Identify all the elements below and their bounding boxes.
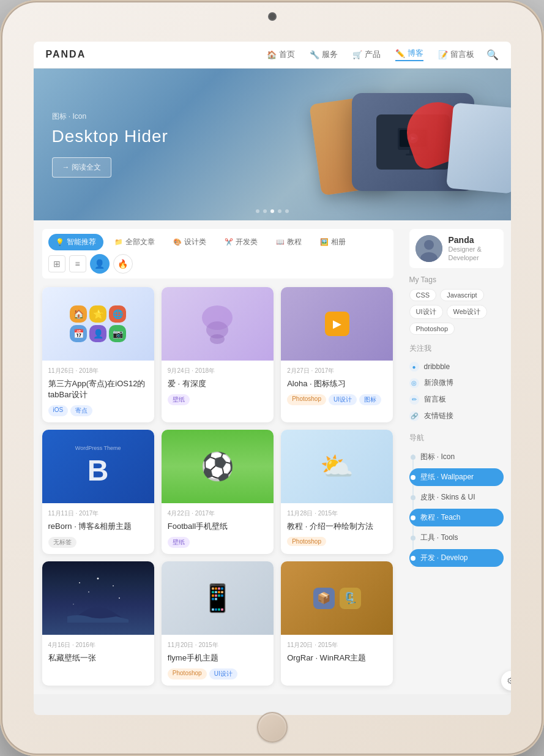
tag-ps-2[interactable]: Photoshop xyxy=(287,537,326,546)
dot-2[interactable] xyxy=(263,209,267,213)
search-button[interactable]: 🔍 xyxy=(486,49,499,61)
nav-guestbook[interactable]: 📝 留言板 xyxy=(438,49,474,60)
nav-tutorial-item[interactable]: 教程 · Teach xyxy=(409,509,504,526)
tag-jidian[interactable]: 寄点 xyxy=(70,405,92,416)
card-6[interactable]: ⛅ 11月28日 · 2015年 教程 · 介绍一种绘制方法 Photoshop xyxy=(281,430,393,554)
dot-5[interactable] xyxy=(285,209,289,213)
hero-pagination xyxy=(256,209,289,213)
home-icon: 🏠 xyxy=(267,50,277,59)
folder-icon: 📁 xyxy=(114,238,123,246)
nav-dot-3 xyxy=(411,495,415,500)
tag-ui-2[interactable]: UI设计 xyxy=(209,668,237,679)
wordpress-label: WordPress Theme xyxy=(75,445,121,451)
card-5-tags: 壁纸 xyxy=(168,537,267,548)
nav-wallpaper-item[interactable]: 壁纸 · Wallpaper xyxy=(409,468,504,486)
tag-javascript[interactable]: Javascript xyxy=(440,289,484,301)
logo: PANDA xyxy=(46,49,86,60)
card-1-body: 11月26日 · 2018年 第三方App(寄点)在iOS12的tabBar设计… xyxy=(42,361,154,422)
hero-read-btn[interactable]: → 阅读全文 xyxy=(52,157,111,178)
box-icon-2: 🗜️ xyxy=(340,588,361,609)
follow-list: ● dribbble ◎ 新浪微博 ✏ 留言板 🔗 友情链接 xyxy=(409,359,504,424)
card-3[interactable]: ▶ 2月27日 · 2017年 Aloha · 图标练习 Photoshop U… xyxy=(281,287,393,422)
tag-ios[interactable]: iOS xyxy=(48,405,69,416)
svg-point-12 xyxy=(119,597,120,599)
card-1[interactable]: 🏠 ⭐ 🌐 📅 👤 📷 11月26日 · 2018年 第三方App(寄点)在iO… xyxy=(42,287,154,422)
follow-dribbble[interactable]: ● dribbble xyxy=(409,359,504,375)
tag-css[interactable]: CSS xyxy=(409,289,437,301)
card-7-date: 4月16日 · 2016年 xyxy=(48,641,148,649)
nav-product[interactable]: 🛒 产品 xyxy=(352,49,381,60)
tab-album[interactable]: 🖼️ 相册 xyxy=(313,234,353,250)
card-5-thumb: ⚽ xyxy=(162,430,274,503)
tab-tutorial[interactable]: 📖 教程 xyxy=(269,234,309,250)
card-6-tags: Photoshop xyxy=(287,537,387,546)
monitor-shape xyxy=(376,114,450,170)
card-1-tags: iOS 寄点 xyxy=(48,405,148,416)
tag-photoshop[interactable]: Photoshop xyxy=(409,323,455,335)
navbar: PANDA 🏠 首页 🔧 服务 🛒 产品 ✏️ 博客 xyxy=(34,42,511,69)
dot-1[interactable] xyxy=(256,209,259,213)
list-view-btn[interactable]: ≡ xyxy=(69,255,86,272)
tag-ui-design[interactable]: UI设计 xyxy=(409,305,443,319)
tab-all-articles[interactable]: 📁 全部文章 xyxy=(107,234,162,250)
pencil-icon: ✏ xyxy=(409,395,419,405)
tab-design[interactable]: 🎨 设计类 xyxy=(166,234,214,250)
hero-images xyxy=(266,75,511,214)
home-button[interactable] xyxy=(257,712,288,743)
nav-home[interactable]: 🏠 首页 xyxy=(267,49,295,60)
avatar xyxy=(415,235,442,262)
card-9-body: 11月20日 · 2015年 OrgRar · WinRAR主题 xyxy=(281,635,393,675)
profile-info: Panda Designer &Developer xyxy=(449,235,482,263)
tag-ui-1[interactable]: UI设计 xyxy=(329,394,357,405)
card-8[interactable]: 📱 11月20日 · 2015年 flyme手机主题 Photoshop UI设… xyxy=(162,561,274,686)
follow-weibo[interactable]: ◎ 新浪微博 xyxy=(409,375,504,391)
tab-dev[interactable]: ✂️ 开发类 xyxy=(217,234,265,250)
user-filter-btn[interactable]: 👤 xyxy=(90,254,110,274)
dot-4[interactable] xyxy=(278,209,281,213)
card-4[interactable]: WordPress Theme B 11月11日 · 2017年 reBorn … xyxy=(42,430,154,554)
card-9[interactable]: 📦 🗜️ 11月20日 · 2015年 OrgRar · WinRAR主题 xyxy=(281,561,393,686)
card-9-date: 11月20日 · 2015年 xyxy=(287,641,387,649)
tag-notag[interactable]: 无标签 xyxy=(48,537,76,548)
tag-wallpaper-1[interactable]: 壁纸 xyxy=(168,394,190,405)
nav-tools-item[interactable]: 工具 · Tools xyxy=(409,529,504,547)
card-6-date: 11月28日 · 2015年 xyxy=(287,509,387,518)
follow-guestbook[interactable]: ✏ 留言板 xyxy=(409,391,504,408)
grid-view-btn[interactable]: ⊞ xyxy=(48,255,65,272)
card-4-title: reBorn · 博客&相册主题 xyxy=(48,521,148,532)
follow-friendlink[interactable]: 🔗 友情链接 xyxy=(409,408,504,424)
nav-skin-item[interactable]: 皮肤 · Skins & UI xyxy=(409,488,504,506)
tag-ps-3[interactable]: Photoshop xyxy=(168,668,207,679)
flame-filter-btn[interactable]: 🔥 xyxy=(113,254,133,274)
blog-icon: ✏️ xyxy=(395,49,405,58)
card-8-tags: Photoshop UI设计 xyxy=(168,668,267,679)
svg-point-8 xyxy=(79,582,80,583)
svg-point-11 xyxy=(88,591,89,593)
tab-smart-recommend[interactable]: 💡 智能推荐 xyxy=(48,234,103,250)
card-5[interactable]: ⚽ 4月22日 · 2017年 Football手机壁纸 壁纸 xyxy=(162,430,274,554)
card-2[interactable]: 9月24日 · 2018年 爱 · 有深度 壁纸 xyxy=(162,287,274,422)
tag-web-design[interactable]: Web设计 xyxy=(447,305,487,319)
tag-ps-1[interactable]: Photoshop xyxy=(287,394,326,405)
tag-icon-1[interactable]: 图标 xyxy=(359,394,381,405)
nav-blog[interactable]: ✏️ 博客 xyxy=(395,48,423,61)
nav-section-title: 导航 xyxy=(409,433,504,443)
nav-service[interactable]: 🔧 服务 xyxy=(310,49,338,60)
card-2-tags: 壁纸 xyxy=(168,394,267,405)
tag-wallpaper-2[interactable]: 壁纸 xyxy=(168,537,190,548)
card-3-title: Aloha · 图标练习 xyxy=(287,378,387,389)
nav-dot-6 xyxy=(411,556,415,561)
box-icon-1: 📦 xyxy=(313,588,335,609)
card-2-body: 9月24日 · 2018年 爱 · 有深度 壁纸 xyxy=(162,361,274,411)
settings-btn[interactable]: ⚙ xyxy=(501,671,511,691)
dot-3[interactable] xyxy=(270,209,274,213)
card-6-thumb: ⛅ xyxy=(281,430,393,503)
nav-icon-item[interactable]: 图标 · Icon xyxy=(409,448,504,466)
card-7[interactable]: 4月16日 · 2016年 私藏壁纸一张 xyxy=(42,561,154,686)
love-svg xyxy=(193,299,242,348)
stars-svg xyxy=(67,574,129,623)
avatar-svg xyxy=(415,235,442,262)
guestbook-icon: 📝 xyxy=(438,50,448,59)
card-4-tags: 无标签 xyxy=(48,537,148,548)
nav-develop-item[interactable]: 开发 · Develop xyxy=(409,549,504,567)
